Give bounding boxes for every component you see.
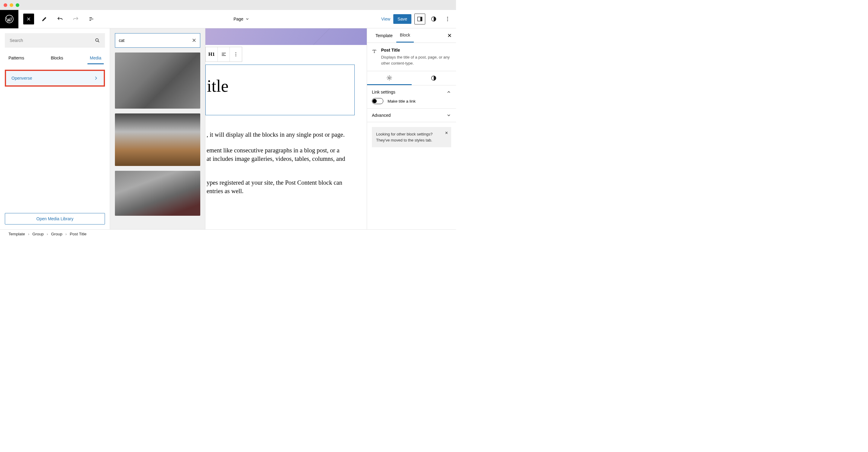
block-toolbar: H1	[206, 47, 242, 62]
save-button[interactable]: Save	[393, 14, 411, 24]
content-paragraph: ement like consecutive paragraphs in a b…	[207, 146, 340, 155]
media-thumbnail[interactable]	[115, 114, 200, 166]
content-paragraph: ypes registered at your site, the Post C…	[207, 178, 342, 187]
wordpress-logo[interactable]	[0, 10, 19, 28]
media-search-input[interactable]: ✕	[115, 33, 200, 48]
close-inserter-button[interactable]	[23, 13, 34, 25]
chevron-down-icon	[245, 17, 249, 21]
inserter-panel: Search Patterns Blocks Media Openverse O…	[0, 28, 110, 229]
open-media-library-button[interactable]: Open Media Library	[5, 213, 105, 224]
dismiss-notice-icon[interactable]: ✕	[445, 130, 448, 136]
breadcrumb: Template › Group › Group › Post Title	[0, 229, 456, 238]
document-overview-icon[interactable]	[86, 13, 97, 25]
post-title-text: itle	[206, 65, 354, 96]
style-toggle-icon[interactable]	[428, 13, 439, 25]
tab-block[interactable]: Block	[396, 28, 414, 42]
view-button[interactable]: View	[381, 17, 390, 22]
crumb[interactable]: Template	[8, 232, 25, 236]
svg-point-10	[236, 56, 236, 56]
settings-tab-icon[interactable]	[367, 71, 412, 85]
post-title-block[interactable]: itle	[206, 65, 355, 115]
svg-point-7	[96, 39, 98, 41]
svg-point-11	[389, 77, 390, 79]
content-paragraph: at includes image galleries, videos, tab…	[207, 154, 345, 163]
notice-text: Looking for other block settings? They'v…	[376, 132, 433, 143]
settings-notice: Looking for other block settings? They'v…	[372, 127, 451, 147]
chevron-down-icon[interactable]	[446, 113, 451, 118]
svg-point-9	[236, 54, 236, 55]
minimize-window-icon[interactable]	[10, 3, 13, 7]
openverse-label: Openverse	[11, 76, 32, 81]
document-title[interactable]: Page	[102, 17, 381, 22]
content-paragraph: entries as well.	[207, 187, 243, 195]
post-title-icon	[372, 48, 377, 55]
search-icon	[95, 38, 100, 43]
search-input[interactable]: Search	[5, 33, 105, 48]
link-settings-label: Link settings	[372, 90, 395, 94]
clear-icon[interactable]: ✕	[192, 37, 196, 44]
make-link-toggle[interactable]	[372, 98, 383, 104]
redo-icon[interactable]	[70, 13, 81, 25]
page-banner	[206, 28, 367, 45]
editor-canvas[interactable]: H1 itle , it will display all the blocks…	[206, 28, 367, 229]
block-name: Post Title	[381, 48, 451, 53]
chevron-right-icon: ›	[65, 232, 67, 236]
close-window-icon[interactable]	[4, 3, 7, 7]
edit-icon[interactable]	[39, 13, 50, 25]
window-chrome	[0, 0, 456, 10]
content-paragraph: , it will display all the blocks in any …	[207, 130, 345, 139]
chevron-right-icon	[93, 76, 98, 81]
svg-point-0	[5, 15, 13, 23]
heading-level-icon[interactable]: H1	[206, 47, 218, 62]
svg-point-4	[447, 17, 448, 18]
chevron-up-icon[interactable]	[446, 90, 451, 94]
sidebar-toggle-icon[interactable]	[414, 13, 425, 25]
media-search-field[interactable]	[119, 38, 192, 43]
inserter-tabs: Patterns Blocks Media	[5, 53, 105, 64]
align-icon[interactable]	[218, 47, 230, 62]
crumb[interactable]: Post Title	[70, 232, 87, 236]
svg-rect-2	[421, 17, 422, 21]
undo-icon[interactable]	[55, 13, 65, 25]
tab-media[interactable]: Media	[88, 53, 104, 64]
media-thumbnail[interactable]	[115, 53, 200, 109]
top-toolbar: Page View Save	[0, 10, 456, 28]
svg-point-8	[236, 53, 236, 53]
document-title-label: Page	[234, 17, 243, 22]
styles-tab-icon[interactable]	[412, 71, 456, 85]
svg-point-6	[447, 20, 448, 21]
openverse-row[interactable]: Openverse	[5, 70, 105, 87]
make-link-label: Make title a link	[388, 99, 415, 103]
chevron-right-icon: ›	[28, 232, 30, 236]
crumb[interactable]: Group	[32, 232, 44, 236]
settings-sidebar: Template Block ✕ Post Title Displays the…	[367, 28, 456, 229]
media-thumbnail[interactable]	[115, 171, 200, 216]
block-description: Displays the title of a post, page, or a…	[381, 54, 451, 66]
tab-blocks[interactable]: Blocks	[48, 53, 65, 64]
advanced-label[interactable]: Advanced	[372, 113, 391, 118]
media-results-panel: ✕	[110, 28, 206, 229]
zoom-window-icon[interactable]	[16, 3, 19, 7]
block-options-icon[interactable]	[230, 47, 242, 62]
options-icon[interactable]	[442, 13, 453, 25]
search-placeholder: Search	[10, 38, 23, 43]
tab-template[interactable]: Template	[372, 29, 396, 42]
close-sidebar-icon[interactable]: ✕	[447, 32, 452, 39]
svg-point-5	[447, 19, 448, 20]
chevron-right-icon: ›	[47, 232, 48, 236]
crumb[interactable]: Group	[51, 232, 62, 236]
tab-patterns[interactable]: Patterns	[6, 53, 27, 64]
